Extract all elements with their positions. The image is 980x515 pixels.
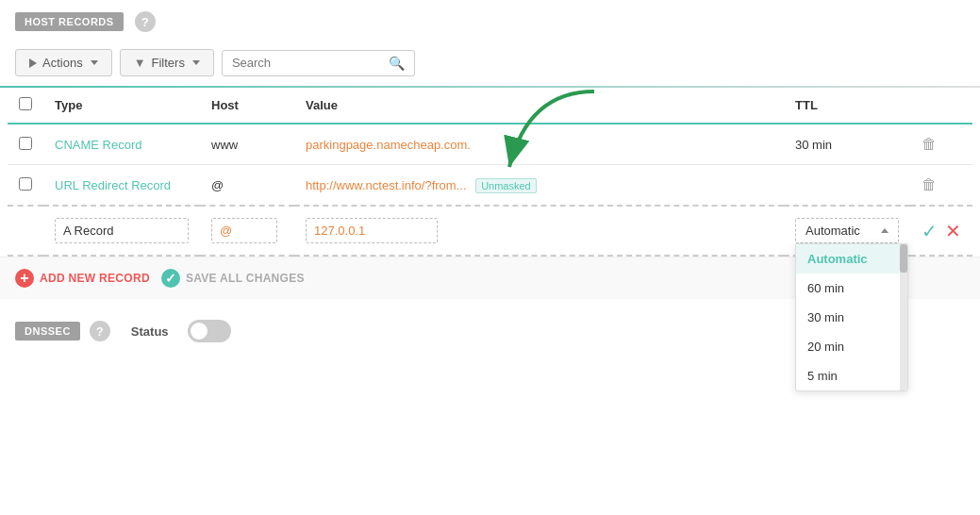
save-all-changes-button[interactable]: ✓ SAVE ALL CHANGES (161, 269, 305, 288)
ttl-option-20min[interactable]: 20 min (796, 332, 907, 361)
row2-ttl (784, 165, 910, 207)
unmasked-badge: Unmasked (475, 178, 537, 193)
row1-type: CNAME Record (43, 124, 200, 165)
play-icon (29, 58, 37, 68)
row-edit-actions: ✓ ✕ (922, 220, 961, 242)
ttl-dropdown: Automatic 60 min 30 min 20 min 5 min (795, 243, 908, 391)
type-column-header: Type (43, 88, 200, 124)
row2-host: @ (200, 165, 294, 207)
check-circle-icon: ✓ (161, 269, 180, 288)
editing-row-checkbox-cell (8, 206, 43, 256)
editing-row-actions-cell: ✓ ✕ (910, 206, 972, 256)
row1-delete-icon[interactable]: 🗑 (922, 136, 937, 152)
row1-delete-cell: 🗑 (910, 124, 972, 165)
select-all-checkbox[interactable] (19, 97, 32, 110)
dnssec-help-icon[interactable]: ? (90, 321, 110, 341)
records-table: Type Host Value TTL CNAME Record www par… (8, 88, 972, 257)
ttl-scrollbar (900, 244, 907, 390)
row1-value: parkingpage.namecheap.com. (294, 124, 784, 165)
ttl-option-30min[interactable]: 30 min (796, 303, 907, 332)
filters-chevron-icon (192, 60, 200, 65)
plus-circle-icon: + (15, 269, 34, 288)
select-all-cell (8, 88, 43, 124)
save-all-label: SAVE ALL CHANGES (186, 272, 305, 285)
editing-row-host-cell (200, 206, 294, 256)
row1-type-link[interactable]: CNAME Record (55, 138, 141, 152)
row1-checkbox[interactable] (19, 137, 32, 150)
value-column-header: Value (294, 88, 784, 124)
table-header-row: Type Host Value TTL (8, 88, 972, 124)
confirm-edit-button[interactable]: ✓ (922, 220, 938, 242)
ttl-select-wrap: Automatic Automatic 60 min 30 min 20 min… (795, 218, 899, 243)
filter-icon: ▼ (134, 56, 146, 70)
value-input[interactable] (306, 218, 438, 243)
ttl-select-button[interactable]: Automatic (795, 218, 899, 243)
dnssec-status-label: Status (131, 324, 169, 339)
row1-value-link[interactable]: parkingpage.namecheap.com. (306, 138, 471, 152)
type-select[interactable]: A Record AAAA Record CNAME Record URL Re… (55, 218, 189, 243)
records-table-wrapper: Type Host Value TTL CNAME Record www par… (0, 88, 980, 257)
ttl-chevron-up-icon (881, 228, 889, 233)
actions-chevron-icon (91, 60, 98, 65)
section-title: HOST RECORDS (15, 12, 124, 31)
ttl-option-60min[interactable]: 60 min (796, 274, 907, 303)
search-icon: 🔍 (389, 56, 405, 71)
type-select-wrap: A Record AAAA Record CNAME Record URL Re… (55, 218, 189, 243)
row1-ttl: 30 min (784, 124, 910, 165)
dnssec-toggle[interactable] (188, 320, 231, 342)
row2-delete-cell: 🗑 (910, 165, 972, 207)
row2-checkbox[interactable] (19, 177, 32, 191)
ttl-scrollbar-thumb (900, 244, 907, 273)
add-new-record-button[interactable]: + ADD NEW RECORD (15, 269, 150, 288)
ttl-option-automatic[interactable]: Automatic (796, 244, 907, 274)
row2-delete-icon[interactable]: 🗑 (922, 176, 937, 192)
row2-type-link[interactable]: URL Redirect Record (55, 178, 171, 192)
row2-value-link[interactable]: http://www.nctest.info/?from... (306, 178, 467, 192)
row2-checkbox-cell (8, 165, 43, 207)
search-box: 🔍 (222, 50, 415, 76)
actions-label: Actions (42, 56, 83, 70)
editing-row: A Record AAAA Record CNAME Record URL Re… (8, 206, 972, 256)
editing-row-value-cell (294, 206, 784, 256)
row1-checkbox-cell (8, 124, 43, 165)
dnssec-title: DNSSEC (15, 322, 80, 341)
host-input[interactable] (211, 218, 277, 243)
cancel-edit-button[interactable]: ✕ (945, 220, 961, 242)
row2-value: http://www.nctest.info/?from... Unmasked (294, 165, 784, 207)
ttl-column-header: TTL (784, 88, 910, 124)
filters-label: Filters (152, 56, 185, 70)
row1-host: www (200, 124, 294, 165)
table-row: URL Redirect Record @ http://www.nctest.… (8, 165, 972, 207)
host-records-help-icon[interactable]: ? (135, 11, 156, 32)
ttl-option-5min[interactable]: 5 min (796, 361, 907, 390)
editing-row-ttl-cell: Automatic Automatic 60 min 30 min 20 min… (784, 206, 910, 256)
toggle-slider (188, 320, 231, 342)
actions-button[interactable]: Actions (15, 49, 112, 76)
ttl-selected-value: Automatic (806, 224, 860, 238)
filters-button[interactable]: ▼ Filters (120, 49, 214, 76)
host-column-header: Host (200, 88, 294, 124)
search-input[interactable] (232, 56, 383, 70)
actions-column-header (910, 88, 972, 124)
add-record-label: ADD NEW RECORD (40, 272, 150, 285)
table-row: CNAME Record www parkingpage.namecheap.c… (8, 124, 972, 165)
toolbar: Actions ▼ Filters 🔍 (0, 42, 980, 86)
page-header: HOST RECORDS ? (0, 0, 980, 42)
row2-type: URL Redirect Record (43, 165, 200, 207)
editing-row-type-cell: A Record AAAA Record CNAME Record URL Re… (43, 206, 200, 256)
